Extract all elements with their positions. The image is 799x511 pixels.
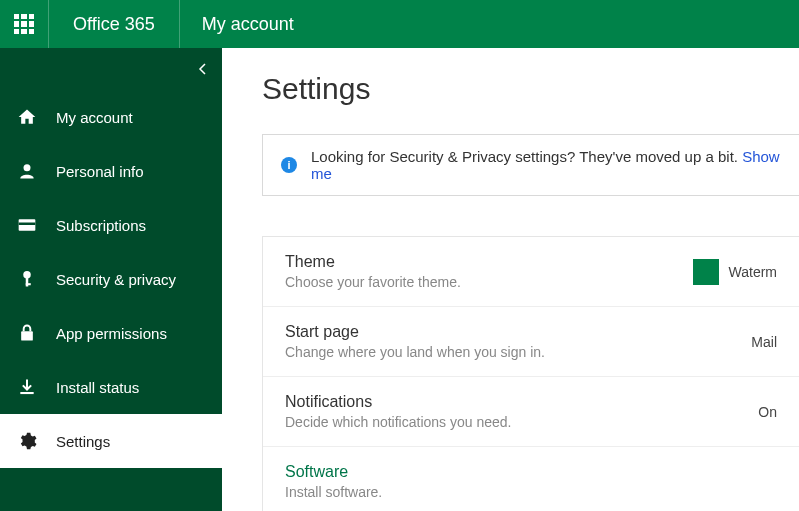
sidebar-item-settings[interactable]: Settings xyxy=(0,414,222,468)
setting-row-start-page[interactable]: Start page Change where you land when yo… xyxy=(263,307,799,377)
home-icon xyxy=(16,107,38,127)
sidebar-item-label: Security & privacy xyxy=(56,271,176,288)
notice-text: Looking for Security & Privacy settings?… xyxy=(311,148,781,182)
waffle-icon xyxy=(14,14,34,34)
setting-desc: Install software. xyxy=(285,484,777,500)
setting-desc: Change where you land when you sign in. xyxy=(285,344,751,360)
setting-row-notifications[interactable]: Notifications Decide which notifications… xyxy=(263,377,799,447)
sidebar-item-subscriptions[interactable]: Subscriptions xyxy=(0,198,222,252)
setting-title: Notifications xyxy=(285,393,758,411)
app-launcher-button[interactable] xyxy=(0,0,48,48)
person-icon xyxy=(16,161,38,181)
svg-rect-6 xyxy=(21,331,33,340)
setting-title: Software xyxy=(285,463,777,481)
svg-rect-7 xyxy=(20,392,33,394)
card-icon xyxy=(16,215,38,235)
sidebar-item-label: Personal info xyxy=(56,163,144,180)
sidebar-item-label: App permissions xyxy=(56,325,167,342)
download-icon xyxy=(16,377,38,397)
sidebar-item-label: Install status xyxy=(56,379,139,396)
top-bar: Office 365 My account xyxy=(0,0,799,48)
svg-rect-5 xyxy=(26,283,31,285)
sidebar: My account Personal info Subscriptions S… xyxy=(0,48,222,511)
page-title: Settings xyxy=(262,72,799,106)
sidebar-item-personal-info[interactable]: Personal info xyxy=(0,144,222,198)
setting-row-software[interactable]: Software Install software. xyxy=(263,447,799,511)
settings-list: Theme Choose your favorite theme. Waterm… xyxy=(262,236,799,511)
sidebar-item-label: Settings xyxy=(56,433,110,450)
setting-desc: Choose your favorite theme. xyxy=(285,274,693,290)
gear-icon xyxy=(16,431,38,451)
setting-value: Waterm xyxy=(693,259,777,285)
theme-swatch xyxy=(693,259,719,285)
setting-value: Mail xyxy=(751,334,777,350)
sidebar-item-install-status[interactable]: Install status xyxy=(0,360,222,414)
brand-label[interactable]: Office 365 xyxy=(48,0,179,48)
sidebar-item-label: Subscriptions xyxy=(56,217,146,234)
setting-title: Start page xyxy=(285,323,751,341)
key-icon xyxy=(16,269,38,289)
lock-icon xyxy=(16,323,38,343)
sidebar-item-label: My account xyxy=(56,109,133,126)
info-notice: i Looking for Security & Privacy setting… xyxy=(262,134,799,196)
setting-value: On xyxy=(758,404,777,420)
content-area: Settings i Looking for Security & Privac… xyxy=(222,48,799,511)
breadcrumb-page[interactable]: My account xyxy=(179,0,316,48)
chevron-left-icon xyxy=(198,63,208,75)
info-icon: i xyxy=(281,157,297,173)
setting-row-theme[interactable]: Theme Choose your favorite theme. Waterm xyxy=(263,237,799,307)
setting-desc: Decide which notifications you need. xyxy=(285,414,758,430)
svg-rect-2 xyxy=(19,223,36,226)
sidebar-collapse-button[interactable] xyxy=(198,62,208,78)
svg-point-0 xyxy=(24,164,31,171)
sidebar-item-security-privacy[interactable]: Security & privacy xyxy=(0,252,222,306)
setting-title: Theme xyxy=(285,253,693,271)
sidebar-item-my-account[interactable]: My account xyxy=(0,90,222,144)
sidebar-item-app-permissions[interactable]: App permissions xyxy=(0,306,222,360)
